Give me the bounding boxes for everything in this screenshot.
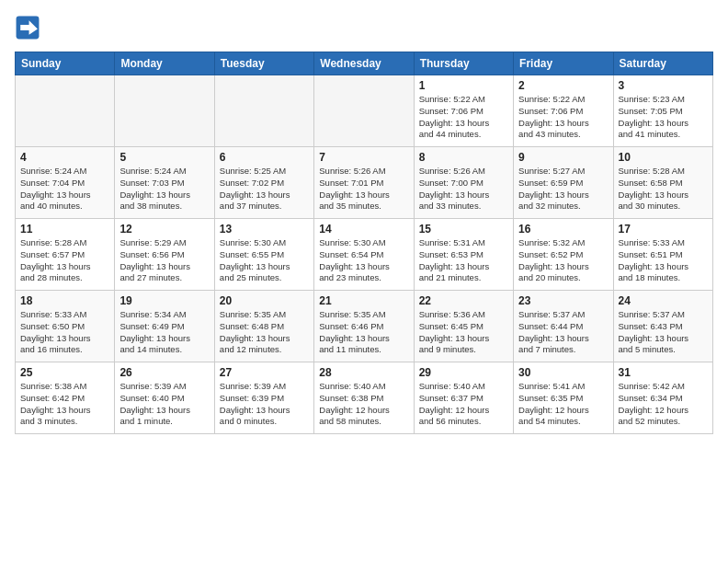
day-info: Sunrise: 5:37 AM Sunset: 6:43 PM Dayligh… bbox=[619, 309, 708, 356]
day-number: 30 bbox=[518, 366, 608, 379]
week-row-3: 11Sunrise: 5:28 AM Sunset: 6:57 PM Dayli… bbox=[16, 219, 713, 291]
calendar-cell bbox=[115, 75, 214, 147]
page-header bbox=[15, 15, 713, 40]
day-number: 15 bbox=[419, 223, 508, 236]
calendar-cell: 31Sunrise: 5:42 AM Sunset: 6:34 PM Dayli… bbox=[613, 362, 712, 434]
day-info: Sunrise: 5:36 AM Sunset: 6:45 PM Dayligh… bbox=[419, 309, 508, 356]
day-info: Sunrise: 5:42 AM Sunset: 6:34 PM Dayligh… bbox=[619, 381, 708, 428]
day-info: Sunrise: 5:33 AM Sunset: 6:51 PM Dayligh… bbox=[619, 237, 708, 284]
calendar-cell: 20Sunrise: 5:35 AM Sunset: 6:48 PM Dayli… bbox=[214, 291, 313, 362]
weekday-saturday: Saturday bbox=[613, 52, 712, 75]
day-info: Sunrise: 5:40 AM Sunset: 6:38 PM Dayligh… bbox=[319, 381, 408, 428]
calendar-cell: 7Sunrise: 5:26 AM Sunset: 7:01 PM Daylig… bbox=[314, 147, 414, 219]
day-number: 20 bbox=[220, 294, 309, 307]
week-row-1: 1Sunrise: 5:22 AM Sunset: 7:06 PM Daylig… bbox=[16, 75, 713, 147]
day-info: Sunrise: 5:30 AM Sunset: 6:54 PM Dayligh… bbox=[319, 237, 408, 284]
day-number: 10 bbox=[619, 151, 708, 164]
day-number: 13 bbox=[220, 223, 309, 236]
day-number: 5 bbox=[119, 151, 209, 164]
day-number: 21 bbox=[319, 294, 408, 307]
day-number: 31 bbox=[619, 366, 708, 379]
day-info: Sunrise: 5:37 AM Sunset: 6:44 PM Dayligh… bbox=[518, 309, 608, 356]
weekday-monday: Monday bbox=[115, 52, 214, 75]
day-info: Sunrise: 5:28 AM Sunset: 6:57 PM Dayligh… bbox=[20, 237, 109, 284]
day-info: Sunrise: 5:39 AM Sunset: 6:39 PM Dayligh… bbox=[220, 381, 309, 428]
day-number: 27 bbox=[220, 366, 309, 379]
calendar-cell: 8Sunrise: 5:26 AM Sunset: 7:00 PM Daylig… bbox=[414, 147, 513, 219]
calendar-cell: 13Sunrise: 5:30 AM Sunset: 6:55 PM Dayli… bbox=[214, 219, 313, 291]
day-number: 9 bbox=[518, 151, 608, 164]
day-info: Sunrise: 5:41 AM Sunset: 6:35 PM Dayligh… bbox=[518, 381, 608, 428]
day-info: Sunrise: 5:25 AM Sunset: 7:02 PM Dayligh… bbox=[220, 166, 309, 213]
day-info: Sunrise: 5:22 AM Sunset: 7:06 PM Dayligh… bbox=[518, 94, 608, 141]
calendar-body: 1Sunrise: 5:22 AM Sunset: 7:06 PM Daylig… bbox=[16, 75, 713, 434]
calendar-cell bbox=[214, 75, 313, 147]
day-info: Sunrise: 5:26 AM Sunset: 7:00 PM Dayligh… bbox=[419, 166, 508, 213]
calendar-cell: 22Sunrise: 5:36 AM Sunset: 6:45 PM Dayli… bbox=[414, 291, 513, 362]
calendar-cell: 10Sunrise: 5:28 AM Sunset: 6:58 PM Dayli… bbox=[613, 147, 712, 219]
calendar-cell: 18Sunrise: 5:33 AM Sunset: 6:50 PM Dayli… bbox=[16, 291, 115, 362]
calendar-cell: 25Sunrise: 5:38 AM Sunset: 6:42 PM Dayli… bbox=[16, 362, 115, 434]
day-info: Sunrise: 5:39 AM Sunset: 6:40 PM Dayligh… bbox=[119, 381, 209, 428]
day-info: Sunrise: 5:26 AM Sunset: 7:01 PM Dayligh… bbox=[319, 166, 408, 213]
week-row-5: 25Sunrise: 5:38 AM Sunset: 6:42 PM Dayli… bbox=[16, 362, 713, 434]
day-number: 23 bbox=[518, 294, 608, 307]
day-number: 6 bbox=[220, 151, 309, 164]
calendar-cell: 4Sunrise: 5:24 AM Sunset: 7:04 PM Daylig… bbox=[16, 147, 115, 219]
calendar-cell: 29Sunrise: 5:40 AM Sunset: 6:37 PM Dayli… bbox=[414, 362, 513, 434]
calendar-cell: 6Sunrise: 5:25 AM Sunset: 7:02 PM Daylig… bbox=[214, 147, 313, 219]
day-number: 8 bbox=[419, 151, 508, 164]
calendar-header: SundayMondayTuesdayWednesdayThursdayFrid… bbox=[16, 52, 713, 75]
day-number: 7 bbox=[319, 151, 408, 164]
logo bbox=[15, 15, 44, 40]
calendar-cell: 1Sunrise: 5:22 AM Sunset: 7:06 PM Daylig… bbox=[414, 75, 513, 147]
day-info: Sunrise: 5:24 AM Sunset: 7:03 PM Dayligh… bbox=[119, 166, 209, 213]
day-info: Sunrise: 5:30 AM Sunset: 6:55 PM Dayligh… bbox=[220, 237, 309, 284]
calendar-cell bbox=[16, 75, 115, 147]
calendar-cell: 19Sunrise: 5:34 AM Sunset: 6:49 PM Dayli… bbox=[115, 291, 214, 362]
day-info: Sunrise: 5:33 AM Sunset: 6:50 PM Dayligh… bbox=[20, 309, 109, 356]
day-info: Sunrise: 5:31 AM Sunset: 6:53 PM Dayligh… bbox=[419, 237, 508, 284]
day-info: Sunrise: 5:24 AM Sunset: 7:04 PM Dayligh… bbox=[20, 166, 109, 213]
weekday-sunday: Sunday bbox=[16, 52, 115, 75]
weekday-row: SundayMondayTuesdayWednesdayThursdayFrid… bbox=[16, 52, 713, 75]
calendar-cell: 28Sunrise: 5:40 AM Sunset: 6:38 PM Dayli… bbox=[314, 362, 414, 434]
day-number: 16 bbox=[518, 223, 608, 236]
calendar-cell: 27Sunrise: 5:39 AM Sunset: 6:39 PM Dayli… bbox=[214, 362, 313, 434]
day-info: Sunrise: 5:22 AM Sunset: 7:06 PM Dayligh… bbox=[419, 94, 508, 141]
day-number: 18 bbox=[20, 294, 109, 307]
calendar-cell: 16Sunrise: 5:32 AM Sunset: 6:52 PM Dayli… bbox=[514, 219, 613, 291]
day-info: Sunrise: 5:35 AM Sunset: 6:46 PM Dayligh… bbox=[319, 309, 408, 356]
calendar-cell: 12Sunrise: 5:29 AM Sunset: 6:56 PM Dayli… bbox=[115, 219, 214, 291]
calendar-cell: 5Sunrise: 5:24 AM Sunset: 7:03 PM Daylig… bbox=[115, 147, 214, 219]
calendar-cell bbox=[314, 75, 414, 147]
day-info: Sunrise: 5:32 AM Sunset: 6:52 PM Dayligh… bbox=[518, 237, 608, 284]
week-row-2: 4Sunrise: 5:24 AM Sunset: 7:04 PM Daylig… bbox=[16, 147, 713, 219]
day-info: Sunrise: 5:34 AM Sunset: 6:49 PM Dayligh… bbox=[119, 309, 209, 356]
calendar-cell: 30Sunrise: 5:41 AM Sunset: 6:35 PM Dayli… bbox=[514, 362, 613, 434]
day-number: 11 bbox=[20, 223, 109, 236]
day-info: Sunrise: 5:27 AM Sunset: 6:59 PM Dayligh… bbox=[518, 166, 608, 213]
calendar-cell: 17Sunrise: 5:33 AM Sunset: 6:51 PM Dayli… bbox=[613, 219, 712, 291]
day-number: 1 bbox=[419, 79, 508, 92]
day-number: 25 bbox=[20, 366, 109, 379]
calendar-cell: 11Sunrise: 5:28 AM Sunset: 6:57 PM Dayli… bbox=[16, 219, 115, 291]
day-info: Sunrise: 5:28 AM Sunset: 6:58 PM Dayligh… bbox=[619, 166, 708, 213]
day-number: 28 bbox=[319, 366, 408, 379]
day-number: 3 bbox=[619, 79, 708, 92]
day-info: Sunrise: 5:38 AM Sunset: 6:42 PM Dayligh… bbox=[20, 381, 109, 428]
calendar-cell: 3Sunrise: 5:23 AM Sunset: 7:05 PM Daylig… bbox=[613, 75, 712, 147]
day-number: 12 bbox=[119, 223, 209, 236]
calendar-cell: 23Sunrise: 5:37 AM Sunset: 6:44 PM Dayli… bbox=[514, 291, 613, 362]
calendar-cell: 9Sunrise: 5:27 AM Sunset: 6:59 PM Daylig… bbox=[514, 147, 613, 219]
day-info: Sunrise: 5:35 AM Sunset: 6:48 PM Dayligh… bbox=[220, 309, 309, 356]
day-info: Sunrise: 5:29 AM Sunset: 6:56 PM Dayligh… bbox=[119, 237, 209, 284]
day-number: 29 bbox=[419, 366, 508, 379]
day-number: 19 bbox=[119, 294, 209, 307]
calendar-cell: 2Sunrise: 5:22 AM Sunset: 7:06 PM Daylig… bbox=[514, 75, 613, 147]
day-number: 24 bbox=[619, 294, 708, 307]
calendar-cell: 14Sunrise: 5:30 AM Sunset: 6:54 PM Dayli… bbox=[314, 219, 414, 291]
calendar-cell: 15Sunrise: 5:31 AM Sunset: 6:53 PM Dayli… bbox=[414, 219, 513, 291]
day-number: 26 bbox=[119, 366, 209, 379]
weekday-tuesday: Tuesday bbox=[214, 52, 313, 75]
